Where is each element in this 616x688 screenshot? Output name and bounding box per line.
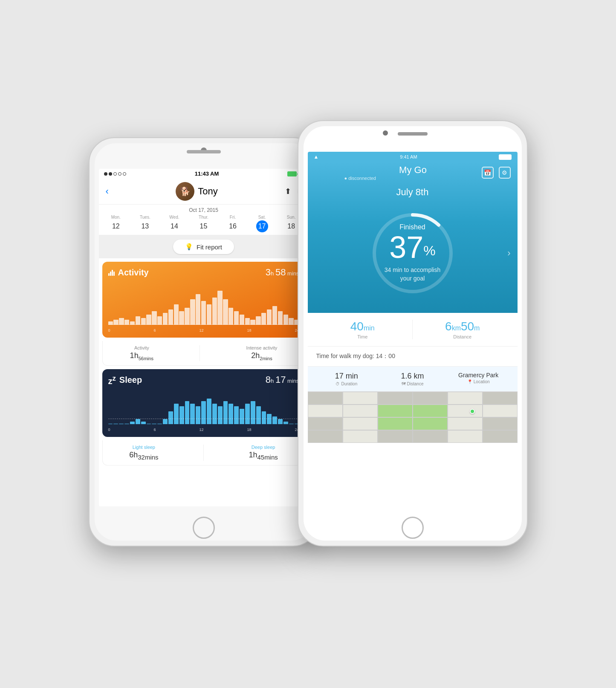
clock-icon: ⏱: [335, 382, 340, 386]
chart-baseline: [108, 324, 299, 325]
signal-dots: [104, 172, 126, 176]
sleep-bar: [190, 404, 195, 424]
detail-distance: 1.6 km 🗺 Distance: [379, 372, 445, 386]
day-num-fri: 16: [227, 220, 239, 232]
sleep-title: zz Sleep: [108, 374, 142, 386]
dot4: [118, 172, 121, 176]
avatar: 🐕: [176, 182, 194, 201]
p2-top-section: My Go ● disconnected 📅 ⚙: [308, 162, 518, 313]
sleep-bar: [228, 404, 233, 424]
day-name-wed: Wed.: [169, 215, 179, 220]
day-sun[interactable]: Sun. 18: [285, 215, 297, 232]
detail-distance-val: 1.6 km: [379, 372, 445, 381]
percent-value: 37: [389, 230, 423, 264]
stats-divider: [412, 320, 413, 339]
activity-bar: [245, 318, 250, 325]
stat-activity-label: Activity: [130, 345, 154, 350]
day-fri[interactable]: Fri. 16: [227, 215, 239, 232]
detail-duration: 17 min ⏱ Duration: [314, 372, 380, 386]
activity-card: Activity 3h 58 mins 06121824: [102, 262, 305, 338]
stat-intense-label: Intense activity: [246, 345, 278, 350]
day-name-tue: Tues.: [140, 215, 150, 220]
deep-sleep-label: Deep sleep: [249, 445, 278, 450]
home-button[interactable]: [193, 517, 215, 539]
detail-location-val: Gramercy Park: [445, 372, 512, 379]
phone2-inner: ▲ 9:41 AM My Go ● disconnected: [304, 126, 522, 541]
day-mon[interactable]: Mon. 12: [110, 215, 122, 232]
phone2-camera: [383, 130, 388, 136]
activity-icon: [108, 269, 115, 276]
sleep-bar: [179, 406, 184, 424]
app-header: ‹ 🐕 Tony ⬆ ≡: [99, 179, 309, 205]
activity-bar: [234, 311, 239, 325]
activity-duration-m: 58: [275, 267, 286, 278]
chart-axis: 06121824: [108, 328, 299, 332]
stat-activity: Activity 1h56mins: [130, 345, 154, 361]
p2-details-row: 17 min ⏱ Duration 1.6 km 🗺 Distance: [308, 367, 518, 392]
p2-stats-row: 40min Time 6km50m Distance: [308, 313, 518, 347]
day-thu[interactable]: Thur. 15: [197, 215, 209, 232]
fit-report-button[interactable]: 💡 Fit report: [173, 240, 234, 254]
dot5: [123, 172, 126, 176]
day-sat[interactable]: Sat. 17: [256, 215, 268, 232]
sleep-bar: [207, 399, 211, 424]
activity-stats: Activity 1h56mins Intense activity 2h2mi…: [102, 341, 305, 366]
activity-bar: [212, 298, 217, 325]
calendar-button[interactable]: 📅: [482, 167, 494, 179]
p2-header-icons: 📅 ⚙: [482, 167, 511, 179]
user-name: Tony: [198, 186, 217, 197]
next-chevron[interactable]: ›: [507, 248, 510, 259]
settings-button[interactable]: ⚙: [499, 167, 511, 179]
activity-bar: [261, 313, 266, 325]
phone2-home-button[interactable]: [402, 517, 424, 539]
activity-bar: [163, 313, 168, 325]
status-time2: 9:41 AM: [400, 154, 417, 159]
dot1: [104, 172, 107, 176]
sleep-bar: [124, 424, 129, 424]
day-num-thu: 15: [197, 220, 209, 232]
phone1-screen: 11:43 AM ⚡ ‹ 🐕 Tony ⬆ ≡: [99, 169, 309, 506]
deep-sleep-value: 1h45mins: [249, 451, 278, 461]
activity-bar: [146, 315, 151, 325]
activity-bar: [179, 311, 184, 325]
activity-bar: [228, 308, 233, 325]
distance-label: Distance: [416, 334, 509, 339]
activity-bar: [256, 316, 260, 325]
activity-bar: [201, 301, 206, 325]
activity-bar: [289, 318, 293, 325]
detail-location: Gramercy Park 📍 Location: [445, 372, 512, 386]
share-icon[interactable]: ⬆: [285, 187, 291, 196]
weekdays[interactable]: Mon. 12 Tues. 13 Wed. 14 Thur.: [101, 215, 306, 232]
phone2: ▲ 9:41 AM My Go ● disconnected: [298, 120, 528, 546]
sleep-bar: [163, 419, 168, 424]
sleep-icon: zz: [108, 374, 116, 386]
status-bar2: ▲ 9:41 AM: [308, 152, 518, 162]
phone2-speaker: [398, 132, 428, 136]
sleep-bar: [256, 406, 261, 424]
goal-text: 34 min to accomplishyour goal: [385, 266, 441, 283]
sleep-bar: [218, 406, 223, 424]
activity-header: Activity 3h 58 mins: [108, 267, 299, 278]
day-wed[interactable]: Wed. 14: [168, 215, 180, 232]
sleep-bar: [201, 401, 206, 424]
p2-connection-status: ● disconnected: [344, 176, 482, 181]
sleep-baseline: [108, 419, 299, 419]
activity-bar: [207, 304, 211, 325]
day-num-tue: 13: [139, 220, 151, 232]
stat-intense: Intense activity 2h2mins: [246, 345, 278, 361]
walk-label: Time for walk my dog:: [316, 353, 374, 359]
p2-title-block: My Go ● disconnected: [344, 165, 482, 181]
detail-duration-label: ⏱ Duration: [314, 382, 380, 386]
activity-title-text: Activity: [118, 268, 149, 278]
user-info[interactable]: 🐕 Tony: [176, 182, 217, 201]
day-tue[interactable]: Tues. 13: [139, 215, 151, 232]
map-icon: 🗺: [402, 382, 406, 386]
sleep-bar: [289, 424, 294, 424]
detail-duration-val: 17 min: [314, 372, 380, 381]
stat-light-sleep: Light sleep 6h32mins: [129, 445, 158, 461]
activity-bar: [240, 315, 244, 325]
back-button[interactable]: ‹: [106, 186, 109, 197]
p2-app-header: My Go ● disconnected 📅 ⚙: [315, 162, 511, 182]
sleep-stats: Light sleep 6h32mins Deep sleep 1h45mins: [102, 440, 305, 465]
sleep-bar: [136, 419, 140, 424]
